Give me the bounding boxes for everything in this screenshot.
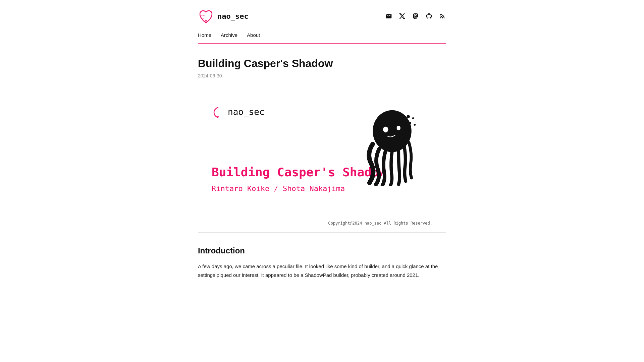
slide-naosec-text: nao_sec xyxy=(228,107,265,117)
site-logo-icon: nao sec xyxy=(198,8,214,24)
site-branding[interactable]: nao sec nao_sec xyxy=(198,8,249,24)
svg-point-15 xyxy=(407,115,410,119)
svg-point-12 xyxy=(396,126,400,130)
twitter-icon[interactable] xyxy=(398,12,406,20)
site-header: nao sec nao_sec xyxy=(198,0,446,44)
site-title: nao_sec xyxy=(217,12,249,20)
post-title: Building Casper's Shadow xyxy=(198,57,446,70)
svg-point-14 xyxy=(412,117,414,119)
header-top: nao sec nao_sec xyxy=(198,8,446,24)
email-icon[interactable] xyxy=(385,12,392,20)
intro-heading: Introduction xyxy=(198,246,446,255)
github-icon[interactable] xyxy=(425,12,433,20)
svg-point-11 xyxy=(383,127,388,132)
main-nav: Home Archive About xyxy=(198,32,446,44)
svg-text:sec: sec xyxy=(201,17,205,19)
intro-text: A few days ago, we came across a peculia… xyxy=(198,262,446,279)
ghost-illustration xyxy=(352,99,432,186)
svg-point-13 xyxy=(409,122,411,125)
post-date: 2024-06-30 xyxy=(198,73,446,78)
svg-text:nao: nao xyxy=(201,14,205,16)
slide-authors: Rintaro Koike / Shota Nakajima xyxy=(212,184,345,193)
main-content: Building Casper's Shadow 2024-06-30 nao_… xyxy=(198,44,446,279)
slide-naosec-logo: nao_sec xyxy=(212,106,265,118)
rss-icon[interactable] xyxy=(439,12,446,20)
nav-about[interactable]: About xyxy=(247,32,260,38)
slide-copyright: Copyright@2024 nao_sec All Rights Reserv… xyxy=(328,221,432,226)
slide-logo-small-icon xyxy=(212,106,224,118)
nav-archive[interactable]: Archive xyxy=(221,32,237,38)
social-icons xyxy=(385,12,446,20)
mastodon-icon[interactable] xyxy=(412,12,419,20)
nav-home[interactable]: Home xyxy=(198,32,211,38)
slide-image: nao_sec xyxy=(198,92,446,233)
svg-point-16 xyxy=(414,124,416,126)
